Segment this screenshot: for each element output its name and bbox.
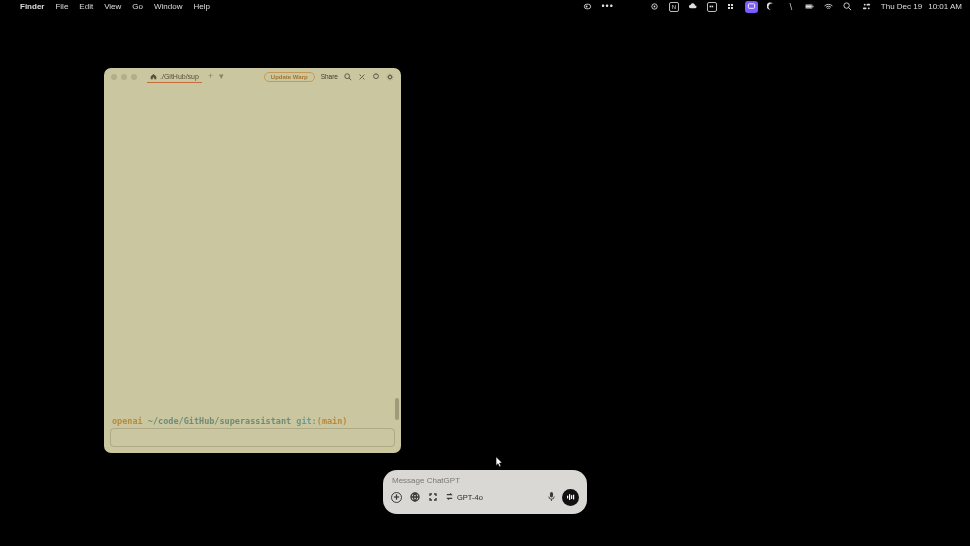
mouse-cursor-icon bbox=[495, 454, 504, 466]
chatgpt-toolbar: GPT-4o bbox=[391, 488, 579, 506]
status-icon-1[interactable] bbox=[582, 2, 592, 12]
status-dots-icon[interactable]: ••• bbox=[601, 2, 613, 11]
svg-line-11 bbox=[849, 8, 852, 11]
menubar-right: ••• N ∖ Thu Dec 19 10:01 AM bbox=[582, 1, 970, 13]
voice-mode-button[interactable] bbox=[562, 489, 579, 506]
scrollbar-thumb[interactable] bbox=[395, 398, 399, 420]
minimize-window-button[interactable] bbox=[121, 74, 127, 80]
svg-rect-4 bbox=[709, 6, 711, 8]
wifi-icon[interactable] bbox=[824, 2, 834, 12]
svg-point-10 bbox=[844, 3, 849, 8]
menubar-date: Thu Dec 19 bbox=[881, 2, 922, 11]
window-traffic-lights bbox=[111, 74, 137, 80]
prompt-host: openai bbox=[112, 416, 143, 426]
menu-edit[interactable]: Edit bbox=[79, 2, 93, 11]
menubar-clock[interactable]: Thu Dec 19 10:01 AM bbox=[881, 2, 962, 11]
svg-point-3 bbox=[654, 6, 656, 8]
attach-button[interactable] bbox=[391, 492, 402, 503]
svg-point-15 bbox=[868, 7, 870, 9]
menu-go[interactable]: Go bbox=[132, 2, 143, 11]
svg-rect-27 bbox=[573, 495, 574, 500]
globe-icon[interactable] bbox=[409, 492, 420, 503]
search-icon[interactable] bbox=[344, 73, 352, 81]
chatgpt-input-placeholder[interactable]: Message ChatGPT bbox=[391, 474, 579, 488]
warp-titlebar: ./GitHub/sup + ▾ Update Warp Share bbox=[104, 68, 401, 85]
docker-icon[interactable] bbox=[707, 2, 717, 12]
svg-rect-9 bbox=[813, 6, 814, 7]
menubar-left: Finder File Edit View Go Window Help bbox=[0, 2, 210, 11]
svg-point-16 bbox=[345, 73, 350, 78]
mac-menubar: Finder File Edit View Go Window Help •••… bbox=[0, 0, 970, 13]
model-label: GPT-4o bbox=[457, 493, 483, 502]
prompt-git-label: git: bbox=[296, 416, 316, 426]
warp-tab-active[interactable]: ./GitHub/sup bbox=[147, 71, 202, 83]
warp-tabs: ./GitHub/sup + ▾ bbox=[147, 71, 224, 83]
backslash-icon[interactable]: ∖ bbox=[786, 2, 796, 12]
warp-terminal-window[interactable]: ./GitHub/sup + ▾ Update Warp Share opena… bbox=[104, 68, 401, 453]
terminal-input[interactable] bbox=[110, 428, 395, 447]
app-grid-icon[interactable] bbox=[726, 2, 736, 12]
svg-point-19 bbox=[388, 75, 391, 78]
svg-rect-24 bbox=[567, 496, 568, 499]
home-icon bbox=[150, 73, 157, 80]
cloud-icon[interactable] bbox=[688, 2, 698, 12]
menu-help[interactable]: Help bbox=[193, 2, 209, 11]
model-swap-icon bbox=[445, 492, 454, 503]
prompt-branch: main bbox=[322, 416, 342, 426]
battery-icon[interactable] bbox=[805, 2, 815, 12]
close-window-button[interactable] bbox=[111, 74, 117, 80]
microphone-icon[interactable] bbox=[547, 488, 556, 506]
svg-point-1 bbox=[586, 6, 588, 8]
control-center-icon[interactable] bbox=[862, 2, 872, 12]
new-tab-button[interactable]: + bbox=[208, 72, 213, 81]
svg-rect-5 bbox=[711, 6, 713, 8]
menubar-app-name[interactable]: Finder bbox=[20, 2, 44, 11]
svg-rect-26 bbox=[571, 495, 572, 499]
expand-icon[interactable] bbox=[427, 492, 438, 503]
settings-icon[interactable] bbox=[386, 73, 394, 81]
command-palette-icon[interactable] bbox=[358, 73, 366, 81]
notion-icon[interactable]: N bbox=[669, 2, 679, 12]
warp-titlebar-right: Update Warp Share bbox=[264, 72, 394, 82]
zoom-window-button[interactable] bbox=[131, 74, 137, 80]
svg-rect-23 bbox=[550, 492, 553, 497]
share-button[interactable]: Share bbox=[321, 73, 338, 80]
terminal-prompt: openai ~/code/GitHub/superassistant git:… bbox=[112, 416, 347, 426]
svg-rect-25 bbox=[569, 494, 570, 500]
svg-line-17 bbox=[349, 77, 351, 79]
menu-view[interactable]: View bbox=[104, 2, 121, 11]
prompt-path: ~/code/GitHub/superassistant bbox=[148, 416, 291, 426]
screen-capture-icon[interactable] bbox=[745, 1, 758, 13]
menu-file[interactable]: File bbox=[55, 2, 68, 11]
update-warp-button[interactable]: Update Warp bbox=[264, 72, 315, 82]
warp-tab-label: ./GitHub/sup bbox=[160, 73, 199, 80]
svg-point-12 bbox=[864, 4, 866, 6]
do-not-disturb-icon[interactable] bbox=[767, 2, 777, 12]
menubar-time: 10:01 AM bbox=[928, 2, 962, 11]
ai-icon[interactable] bbox=[372, 73, 380, 81]
chatgpt-launcher[interactable]: Message ChatGPT GPT-4o bbox=[383, 470, 587, 514]
gear-icon[interactable] bbox=[650, 2, 660, 12]
prompt-close-paren: ) bbox=[342, 416, 347, 426]
svg-rect-14 bbox=[863, 7, 867, 9]
svg-rect-6 bbox=[748, 4, 754, 9]
svg-rect-8 bbox=[806, 5, 812, 8]
search-icon[interactable] bbox=[843, 2, 853, 12]
menu-window[interactable]: Window bbox=[154, 2, 182, 11]
warp-terminal-body[interactable]: openai ~/code/GitHub/superassistant git:… bbox=[104, 85, 401, 453]
model-picker[interactable]: GPT-4o bbox=[445, 492, 483, 503]
tab-options-caret[interactable]: ▾ bbox=[219, 72, 224, 81]
svg-rect-13 bbox=[867, 4, 871, 6]
